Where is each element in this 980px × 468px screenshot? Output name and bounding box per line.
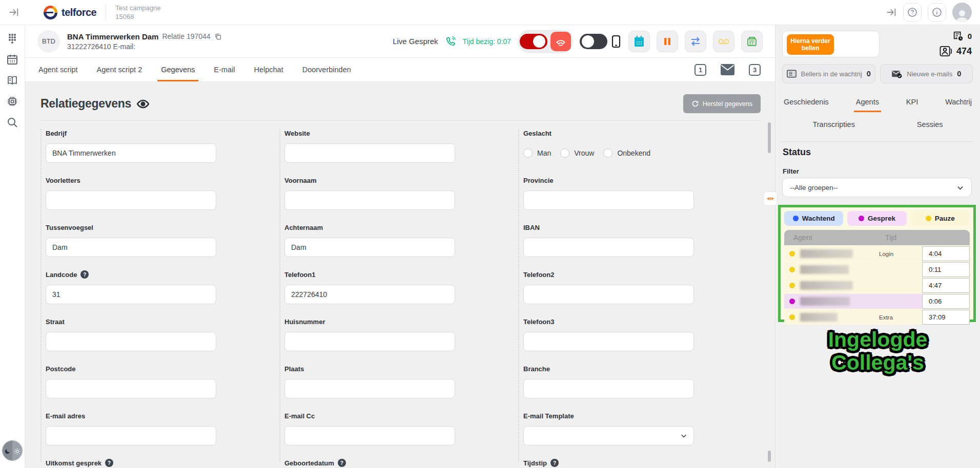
plaats-input[interactable]	[284, 379, 455, 398]
radio-onbekend[interactable]	[603, 148, 612, 158]
topbar-divider	[106, 4, 106, 21]
field-email-template: E-mail Template	[523, 412, 757, 445]
straat-input[interactable]	[46, 332, 216, 351]
panel-resize-handle[interactable]	[763, 192, 778, 206]
pause-button[interactable]	[657, 31, 678, 52]
tab-wachtrij[interactable]: Wachtrij	[943, 95, 974, 112]
legend-pauze[interactable]: Pauze	[911, 211, 970, 226]
agent-row[interactable]: 0:06	[784, 294, 970, 309]
phone-volume-icon	[445, 36, 456, 47]
tab-sessies[interactable]: Sessies	[915, 117, 945, 135]
field-geboortedatum: Geboortedatum?	[284, 459, 518, 468]
restore-data-button[interactable]: Herstel gegevens	[683, 94, 761, 113]
search-icon[interactable]	[6, 116, 18, 129]
user-avatar[interactable]	[952, 3, 972, 22]
field-straat: Straat	[46, 317, 279, 351]
tab-gegevens[interactable]: Gegevens	[157, 58, 198, 81]
mobile-toggle[interactable]	[580, 34, 607, 49]
contact-relation: Relatie 197044	[162, 32, 210, 40]
branche-input[interactable]	[523, 379, 694, 398]
new-emails-button[interactable]: Nieuwe e-mails 0	[880, 64, 973, 83]
filter-label: Filter	[783, 167, 799, 175]
chip-icon[interactable]	[6, 95, 18, 108]
huisnummer-input[interactable]	[284, 332, 455, 351]
transfer-button[interactable]	[685, 31, 706, 52]
agent-row[interactable]: Login 4:04	[784, 246, 970, 261]
help-icon[interactable]: ?	[338, 459, 346, 467]
info-button[interactable]	[928, 3, 946, 22]
fax-keypad-button[interactable]	[741, 31, 763, 52]
contact-card-icon	[940, 46, 952, 57]
field-bedrijf: Bedrijf	[46, 129, 279, 163]
status-dot	[789, 267, 795, 272]
hangup-button[interactable]	[550, 32, 571, 51]
tab-transcripties[interactable]: Transcripties	[810, 117, 856, 135]
scrollbar-thumb[interactable]	[768, 122, 771, 153]
page-3-icon[interactable]: 3	[749, 64, 761, 76]
email-cc-input[interactable]	[284, 426, 455, 445]
field-email-adres: E-mail adres	[46, 412, 279, 445]
tab-agent-script-2[interactable]: Agent script 2	[93, 58, 146, 81]
radio-vrouw[interactable]	[560, 148, 569, 158]
field-plaats: Plaats	[284, 365, 518, 398]
field-telefoon1: Telefoon1	[284, 270, 518, 304]
help-icon[interactable]: ?	[105, 459, 113, 467]
help-icon[interactable]: ?	[80, 270, 89, 279]
logged-in-colleagues-annotation: Ingelogde Collega's	[775, 328, 980, 374]
calendar-icon[interactable]	[6, 53, 18, 66]
tab-geschiedenis[interactable]: Geschiedenis	[782, 95, 831, 112]
agent-row[interactable]: 0:11	[784, 262, 970, 277]
agent-row[interactable]: 4:47	[784, 278, 970, 293]
schedule-callback-button[interactable]	[628, 31, 650, 52]
achternaam-input[interactable]	[284, 238, 455, 257]
tab-helpchat[interactable]: Helpchat	[250, 58, 287, 81]
agent-name-blurred	[800, 249, 853, 258]
help-button[interactable]	[903, 3, 922, 22]
book-icon[interactable]	[6, 74, 18, 87]
tab-agent-script[interactable]: Agent script	[35, 58, 81, 81]
brand-logo[interactable]: telforce	[44, 6, 96, 19]
radio-man[interactable]	[523, 148, 533, 158]
telefoon2-input[interactable]	[523, 285, 694, 304]
provincie-input[interactable]	[523, 190, 694, 210]
website-input[interactable]	[284, 143, 455, 163]
filter-select[interactable]: --Alle groepen--	[782, 178, 972, 197]
tab-agents[interactable]: Agents	[854, 95, 881, 112]
chevron-down-icon	[680, 432, 687, 439]
scrollbar-thumb-bottom[interactable]	[768, 451, 771, 462]
main-tab-bar: Agent script Agent script 2 Gegevens E-m…	[25, 58, 775, 82]
theme-toggle[interactable]	[2, 440, 23, 461]
landcode-input[interactable]	[46, 285, 216, 304]
email-template-select[interactable]	[523, 426, 694, 445]
tab-kpi[interactable]: KPI	[904, 95, 920, 112]
field-voornaam: Voornaam	[284, 176, 518, 210]
call-active-toggle[interactable]	[520, 34, 547, 49]
voornaam-input[interactable]	[284, 190, 455, 210]
tab-doorverbinden[interactable]: Doorverbinden	[299, 58, 355, 81]
dialpad-icon[interactable]	[6, 32, 18, 45]
voicemail-button[interactable]	[713, 31, 734, 52]
agent-row[interactable]: Extra 37:09	[784, 310, 970, 325]
bedrijf-input[interactable]	[46, 143, 216, 163]
continue-calling-button[interactable]: Hierna verder bellen	[787, 34, 834, 55]
callers-in-queue-button[interactable]: Bellers in de wachtrij 0	[782, 64, 875, 83]
eye-icon[interactable]	[136, 97, 150, 111]
tussenvoegsel-input[interactable]	[46, 238, 216, 257]
page-1-icon[interactable]: 1	[695, 64, 706, 76]
postcode-input[interactable]	[46, 379, 216, 398]
agent-name-blurred	[800, 313, 838, 322]
sidebar-collapse-icon[interactable]	[8, 7, 19, 18]
panel-collapse-icon[interactable]	[886, 7, 897, 18]
email-adres-input[interactable]	[46, 426, 216, 445]
email-icon[interactable]	[721, 64, 734, 75]
voorletters-input[interactable]	[46, 190, 216, 210]
telefoon3-input[interactable]	[523, 332, 694, 351]
legend-wachtend[interactable]: Wachtend	[784, 211, 843, 226]
telefoon1-input[interactable]	[284, 285, 455, 304]
left-sidebar	[0, 25, 25, 468]
copy-icon[interactable]	[214, 33, 222, 40]
legend-gesprek[interactable]: Gesprek	[847, 211, 906, 226]
iban-input[interactable]	[523, 238, 694, 257]
help-icon[interactable]: ?	[550, 459, 559, 467]
tab-email[interactable]: E-mail	[210, 58, 238, 81]
